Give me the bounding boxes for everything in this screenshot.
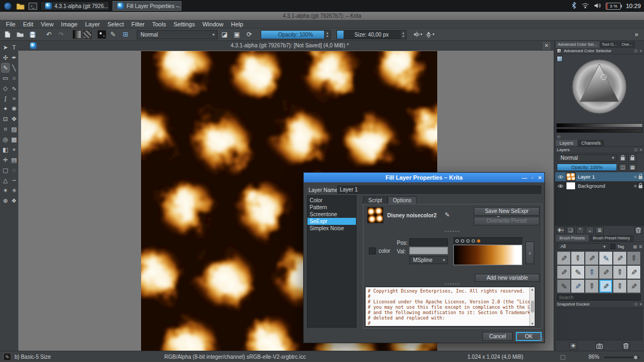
tool-reference-images[interactable]: ▤ bbox=[10, 155, 18, 164]
dialog-tab[interactable]: Script bbox=[363, 196, 388, 204]
tool-select-shapes[interactable]: ➤ bbox=[2, 43, 9, 52]
tool-select-similar[interactable]: ✳ bbox=[10, 186, 18, 195]
gradient-stop-icon[interactable] bbox=[456, 239, 459, 243]
open-document-icon[interactable] bbox=[15, 30, 25, 40]
brush-preset-thumbnail[interactable]: ✎ bbox=[571, 279, 585, 293]
gradient-stop-selected-icon[interactable] bbox=[477, 239, 480, 243]
layer-lock-icon[interactable] bbox=[639, 176, 642, 179]
tool-gradient[interactable]: ▨ bbox=[10, 125, 18, 133]
dialog-resize-grip[interactable] bbox=[538, 336, 543, 342]
tool-pan[interactable]: ❖ bbox=[10, 196, 18, 205]
menu-item[interactable]: Help bbox=[227, 20, 247, 29]
tool-select-freehand[interactable]: ∽ bbox=[10, 176, 18, 184]
add-layer-button[interactable]: ✚▼ bbox=[557, 226, 565, 234]
size-slider[interactable]: Size: 40,00 px ▲▼ bbox=[337, 30, 407, 39]
tool-calligraphy[interactable]: ✒ bbox=[10, 53, 18, 62]
brush-preset-thumbnail[interactable]: ✐ bbox=[557, 279, 571, 293]
layer-view-icon[interactable]: ▦ bbox=[628, 164, 636, 171]
close-docker-icon[interactable]: ✕ bbox=[639, 302, 642, 307]
shade-bar[interactable] bbox=[556, 129, 643, 133]
lock-transparency-icon[interactable] bbox=[619, 154, 627, 162]
menu-item[interactable]: File bbox=[2, 20, 19, 29]
overwrite-preset-button[interactable]: Overwrite Preset bbox=[474, 217, 540, 225]
layer-alpha-icon[interactable]: α bbox=[634, 183, 636, 188]
panel-tab[interactable]: Layers bbox=[556, 140, 577, 146]
gradient-preview[interactable] bbox=[453, 245, 522, 265]
val-input[interactable] bbox=[409, 247, 448, 254]
brush-preset-thumbnail[interactable]: ✏ bbox=[571, 251, 585, 265]
splitter-handle[interactable]: •••••• bbox=[363, 282, 542, 286]
toolbar-overflow-icon[interactable]: » bbox=[631, 30, 642, 40]
variable-checkbox[interactable] bbox=[369, 247, 376, 254]
menu-item[interactable]: Edit bbox=[19, 20, 37, 29]
brush-preset-thumbnail[interactable]: ✏ bbox=[613, 265, 627, 279]
Background[interactable]: Background α bbox=[555, 181, 644, 190]
undo-icon[interactable]: ↶ bbox=[44, 30, 54, 40]
blending-mode-select[interactable]: Normal▼ bbox=[137, 30, 218, 39]
mirror-horizontal-icon[interactable]: ▼ bbox=[412, 30, 423, 40]
splitter-handle[interactable]: •••••• bbox=[363, 230, 542, 233]
tool-freehand-brush[interactable]: ✎ bbox=[2, 63, 9, 72]
create-snapshot-button[interactable]: ✚ bbox=[569, 342, 577, 350]
tool-select-rectangular[interactable]: ▢ bbox=[2, 166, 9, 174]
size-spin-buttons[interactable]: ▲▼ bbox=[400, 31, 406, 39]
float-docker-icon[interactable]: ⊡ bbox=[634, 302, 638, 307]
workspace-chooser-icon[interactable]: ⊞ bbox=[120, 30, 131, 40]
tool-zoom[interactable]: ⊕ bbox=[2, 196, 9, 205]
panel-tab[interactable]: Channels bbox=[578, 140, 605, 146]
color-wheel[interactable] bbox=[571, 59, 627, 115]
close-icon[interactable]: ✕ bbox=[538, 175, 542, 181]
menu-item[interactable]: Select bbox=[103, 20, 128, 29]
zoom-level[interactable]: 86% bbox=[589, 351, 599, 362]
brush-preset-chooser[interactable] bbox=[97, 30, 106, 39]
brush-preset-thumbnail[interactable]: ✏ bbox=[585, 279, 599, 293]
tool-multibrush[interactable]: ❋ bbox=[10, 104, 18, 113]
dock-tab[interactable]: Advanced Color Sel... bbox=[556, 41, 599, 48]
move-layer-up-button[interactable]: ⌃ bbox=[576, 226, 584, 234]
lock-layer-icon[interactable] bbox=[628, 154, 636, 162]
brush-preset-thumbnail[interactable]: ✐ bbox=[599, 251, 613, 265]
panel-tab[interactable]: Brush Presets bbox=[556, 235, 589, 242]
tool-polyline[interactable]: ∿ bbox=[10, 84, 18, 93]
cancel-button[interactable]: Cancel bbox=[482, 332, 513, 341]
tool-freehand-path[interactable]: ≈ bbox=[10, 94, 18, 103]
gradient-stop-icon[interactable] bbox=[461, 239, 464, 243]
layer-name-input[interactable] bbox=[337, 186, 541, 194]
brush-preset-thumbnail[interactable]: ✎ bbox=[627, 279, 641, 293]
maximize-icon[interactable]: ▫ bbox=[531, 175, 534, 181]
pos-input[interactable] bbox=[409, 238, 448, 246]
switch-snapshot-icon[interactable] bbox=[596, 342, 604, 350]
script-scrollbar[interactable]: ▲▼ bbox=[529, 287, 535, 326]
float-docker-icon[interactable]: ⊡ bbox=[634, 148, 638, 152]
mirror-vertical-icon[interactable]: ▼ bbox=[425, 30, 436, 40]
add-variable-button[interactable]: Add new variable bbox=[475, 274, 540, 282]
save-icon[interactable] bbox=[27, 30, 38, 40]
generator-item[interactable]: Pattern bbox=[307, 204, 356, 211]
gradient-stop-icon[interactable] bbox=[466, 239, 470, 243]
tool-transform[interactable]: ⊡ bbox=[2, 115, 9, 123]
app-launcher-icon[interactable] bbox=[3, 2, 12, 11]
taskbar-window-fill-layer-properties[interactable]: Fill Layer Properties –... bbox=[113, 1, 181, 11]
taskbar-window-krita[interactable]: 4.3.1-alpha (git 7926... bbox=[40, 1, 109, 11]
last-color-swatch[interactable] bbox=[557, 56, 563, 62]
float-docker-icon[interactable]: ⊡ bbox=[634, 49, 638, 53]
advanced-color-selector[interactable] bbox=[555, 54, 644, 122]
layer-visibility-icon[interactable] bbox=[557, 184, 564, 188]
script-editor[interactable]: ▲▼ # Copyright Disney Enterprises, Inc. … bbox=[365, 287, 535, 326]
tool-fill[interactable]: ◧ bbox=[2, 145, 9, 154]
selection-mode-icon[interactable]: ▢ bbox=[560, 351, 565, 362]
dialog-titlebar[interactable]: Fill Layer Properties – Krita bbox=[304, 173, 544, 182]
reload-preset-icon[interactable]: ⟳ bbox=[244, 30, 255, 40]
terminal-icon[interactable]: ›_ bbox=[28, 2, 37, 11]
brush-preset-thumbnail[interactable]: ✏ bbox=[613, 279, 627, 293]
interpolation-select[interactable]: MSpline▼ bbox=[409, 256, 448, 264]
tool-select-polygonal[interactable]: △ bbox=[2, 176, 9, 184]
edit-preset-icon[interactable]: ✎ bbox=[445, 211, 450, 218]
tag-filter-select[interactable]: All▼ bbox=[557, 243, 608, 250]
brush-preset-thumbnail[interactable]: ✎ bbox=[599, 265, 613, 279]
tool-line[interactable]: ╲ bbox=[10, 63, 18, 72]
scroll-down-icon[interactable]: ▼ bbox=[531, 322, 534, 325]
opacity-slider[interactable]: Opacity: 100% ▲▼ bbox=[261, 30, 331, 39]
generator-item[interactable]: Simplex Noise bbox=[307, 225, 356, 232]
tool-assistants[interactable]: ✛ bbox=[2, 155, 9, 164]
